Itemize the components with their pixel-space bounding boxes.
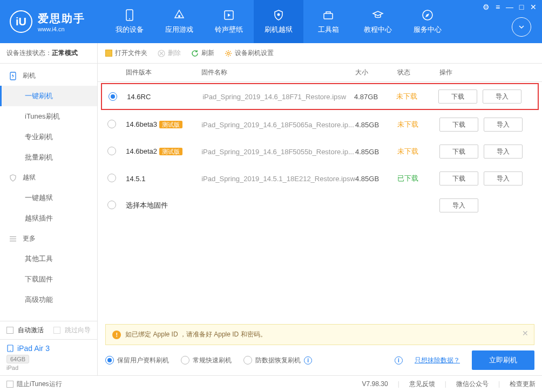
firmware-row[interactable]: 14.5.1 iPad_Spring_2019_14.5.1_18E212_Re… <box>98 165 542 192</box>
col-status: 状态 <box>397 68 439 77</box>
svg-point-4 <box>277 13 280 16</box>
device-card[interactable]: iPad Air 3 64GB iPad <box>0 339 97 375</box>
open-folder-button[interactable]: 打开文件夹 <box>105 49 147 58</box>
import-button[interactable]: 导入 <box>484 118 523 132</box>
settings-icon[interactable]: ⚙ <box>480 2 491 12</box>
download-button[interactable]: 下载 <box>439 171 478 185</box>
firmware-table: 14.6RC iPad_Spring_2019_14.6_18F71_Resto… <box>98 82 542 324</box>
sidebar-item[interactable]: 批量刷机 <box>0 147 97 168</box>
col-name: 固件名称 <box>201 68 355 77</box>
device-type: iPad <box>6 365 91 371</box>
update-link[interactable]: 检查更新 <box>510 380 536 389</box>
firmware-row[interactable]: 14.6RC iPad_Spring_2019_14.6_18F71_Resto… <box>101 83 539 110</box>
main-nav: 我的设备应用游戏铃声壁纸刷机越狱工具箱教程中心服务中心 <box>105 0 452 43</box>
info-icon[interactable]: i <box>395 356 403 365</box>
opt-anti-recover[interactable]: 防数据恢复刷机 i <box>243 356 312 365</box>
sidebar-group[interactable]: 刷机 <box>0 66 97 86</box>
sidebar-item[interactable]: 一键刷机 <box>0 86 97 106</box>
firmware-row[interactable]: 14.6beta3测试版 iPad_Spring_2019_14.6_18F50… <box>98 111 542 138</box>
app-url: www.i4.cn <box>38 26 85 32</box>
toolbar: 打开文件夹 删除 刷新 设备刷机设置 <box>98 43 542 64</box>
opt-normal-fast[interactable]: 常规快速刷机 <box>181 356 232 365</box>
sidebar-item[interactable]: 其他工具 <box>0 249 97 269</box>
menu-icon[interactable]: ≡ <box>492 2 503 12</box>
nav-device[interactable]: 我的设备 <box>105 0 154 43</box>
menu-gray-icon <box>9 235 17 243</box>
flash-now-button[interactable]: 立即刷机 <box>472 350 534 370</box>
flash-blue-icon <box>9 72 17 80</box>
svg-point-2 <box>178 15 180 17</box>
nav-toolbox[interactable]: 工具箱 <box>303 0 353 43</box>
settings-button[interactable]: 设备刷机设置 <box>224 49 274 58</box>
auto-activate-checkbox[interactable] <box>6 327 13 334</box>
sidebar-item[interactable]: iTunes刷机 <box>0 106 97 127</box>
nav-music[interactable]: 铃声壁纸 <box>204 0 254 43</box>
sidebar-group[interactable]: 更多 <box>0 229 97 249</box>
svg-point-9 <box>10 350 11 351</box>
radio-icon[interactable] <box>107 120 116 128</box>
shield-icon <box>272 9 285 22</box>
close-notice-icon[interactable]: ✕ <box>522 329 529 338</box>
maximize-icon[interactable]: □ <box>516 2 527 12</box>
notice-bar: ! 如已绑定 Apple ID ，请准备好 Apple ID 和密码。 ✕ <box>105 324 534 345</box>
nav-edu[interactable]: 教程中心 <box>353 0 403 43</box>
connection-status: 设备连接状态：正常模式 <box>0 43 97 64</box>
gear-icon <box>224 49 232 57</box>
download-button[interactable]: 下载 <box>439 118 478 132</box>
firmware-row[interactable]: 选择本地固件 导入 <box>98 192 542 219</box>
radio-icon[interactable] <box>107 201 116 209</box>
radio-icon[interactable] <box>107 147 116 155</box>
radio-icon[interactable] <box>109 92 117 101</box>
import-button[interactable]: 导入 <box>484 171 523 185</box>
minimize-icon[interactable]: — <box>504 2 515 12</box>
sidebar-item[interactable]: 高级功能 <box>0 290 97 310</box>
delete-icon <box>157 49 165 57</box>
radio-icon[interactable] <box>107 174 116 182</box>
sidebar-group[interactable]: 越狱 <box>0 168 97 188</box>
wechat-link[interactable]: 微信公众号 <box>456 380 489 389</box>
auto-activate-label: 自动激活 <box>18 326 44 335</box>
info-icon[interactable]: i <box>304 356 312 365</box>
footer: 阻止iTunes运行 V7.98.30 | 意见反馈 | 微信公众号 | 检查更… <box>0 375 542 392</box>
window-controls: ⚙ ≡ — □ ✕ <box>480 2 539 12</box>
refresh-icon <box>191 49 199 57</box>
nav-compass[interactable]: 服务中心 <box>403 0 452 43</box>
sidebar: 设备连接状态：正常模式 刷机一键刷机iTunes刷机专业刷机批量刷机越狱一键越狱… <box>0 43 98 375</box>
skip-guide-checkbox[interactable] <box>53 327 60 334</box>
close-icon[interactable]: ✕ <box>528 2 539 12</box>
svg-point-11 <box>227 52 229 54</box>
erase-link[interactable]: 只想抹除数据？ <box>415 356 460 365</box>
edu-icon <box>371 9 384 22</box>
apps-icon <box>173 9 186 22</box>
radio-icon <box>105 356 114 365</box>
import-button[interactable]: 导入 <box>483 90 521 104</box>
sidebar-item[interactable]: 专业刷机 <box>0 127 97 147</box>
import-button[interactable]: 导入 <box>484 145 523 159</box>
music-icon <box>222 9 235 22</box>
refresh-button[interactable]: 刷新 <box>191 49 214 58</box>
sidebar-list: 刷机一键刷机iTunes刷机专业刷机批量刷机越狱一键越狱越狱插件更多其他工具下载… <box>0 64 97 321</box>
sidebar-item[interactable]: 一键越狱 <box>0 188 97 208</box>
block-itunes-checkbox[interactable] <box>6 381 13 388</box>
svg-point-1 <box>129 18 130 19</box>
logo-icon: iU <box>10 10 32 33</box>
storage-badge: 64GB <box>6 355 29 363</box>
feedback-link[interactable]: 意见反馈 <box>409 380 435 389</box>
delete-button[interactable]: 删除 <box>157 49 181 58</box>
compass-icon <box>421 9 434 22</box>
firmware-row[interactable]: 14.6beta2测试版 iPad_Spring_2019_14.6_18F50… <box>98 138 542 165</box>
opt-keep-data[interactable]: 保留用户资料刷机 <box>105 356 169 365</box>
table-header: 固件版本 固件名称 大小 状态 操作 <box>98 64 542 82</box>
nav-apps[interactable]: 应用游戏 <box>154 0 204 43</box>
version-label: V7.98.30 <box>362 380 388 388</box>
dropdown-icon[interactable] <box>512 17 531 37</box>
download-button[interactable]: 下载 <box>438 90 477 104</box>
import-button[interactable]: 导入 <box>439 198 478 212</box>
sidebar-item[interactable]: 下载固件 <box>0 269 97 290</box>
skip-guide-label: 跳过向导 <box>65 326 91 335</box>
download-button[interactable]: 下载 <box>439 145 478 159</box>
app-title: 爱思助手 <box>38 11 85 26</box>
nav-shield[interactable]: 刷机越狱 <box>254 0 303 43</box>
test-badge: 测试版 <box>159 121 182 128</box>
sidebar-item[interactable]: 越狱插件 <box>0 208 97 229</box>
